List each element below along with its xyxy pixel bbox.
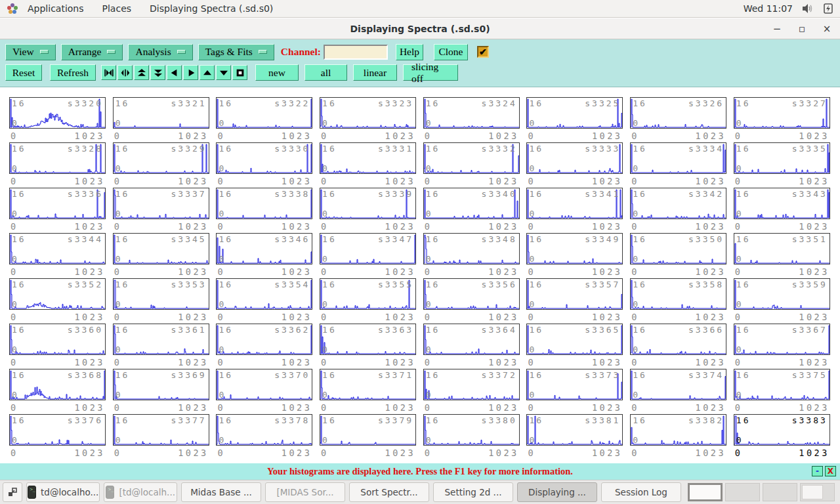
volume-icon[interactable] — [802, 3, 814, 14]
spectrum-plot[interactable]: 160s3355 — [320, 278, 416, 310]
double-down-button[interactable] — [150, 65, 165, 80]
window-titlebar[interactable]: Displaying Spectra (.sd.s0) − ▫ × — [0, 18, 840, 39]
help-button[interactable]: Help — [396, 44, 423, 60]
spectrum-plot[interactable]: 160s3377 — [113, 414, 209, 446]
spectrum-panel[interactable]: 160s332401023 — [423, 97, 520, 142]
spectrum-panel[interactable]: 160s332101023 — [113, 97, 209, 142]
tags-fits-menu-button[interactable]: Tags & Fits — [198, 44, 274, 60]
spectrum-panel[interactable]: 160s337501023 — [734, 369, 830, 414]
spectrum-panel[interactable]: 160s337601023 — [9, 414, 106, 459]
spectrum-plot[interactable]: 160s3332 — [423, 142, 520, 174]
spectrum-panel[interactable]: 160s338301023 — [734, 414, 830, 459]
spectrum-panel[interactable]: 160s335201023 — [9, 278, 106, 324]
stop-square-button[interactable] — [232, 65, 247, 80]
spectrum-panel[interactable]: 160s332801023 — [9, 142, 106, 188]
spectrum-panel[interactable]: 160s335101023 — [734, 233, 830, 278]
spectrum-plot[interactable]: 160s3375 — [734, 369, 830, 400]
spectrum-plot[interactable]: 160s3368 — [9, 369, 106, 400]
window-minimize-button[interactable]: − — [772, 23, 782, 35]
spectrum-panel[interactable]: 160s336201023 — [216, 324, 312, 369]
spectrum-panel[interactable]: 160s338101023 — [526, 414, 623, 459]
spectrum-plot[interactable]: 160s3343 — [734, 188, 830, 219]
spectrum-plot[interactable]: 160s3321 — [113, 97, 209, 129]
applications-menu-icon[interactable] — [7, 3, 18, 14]
spectrum-panel[interactable]: 160s335301023 — [113, 278, 209, 324]
workspace-cell[interactable] — [763, 483, 797, 501]
spectrum-panel[interactable]: 160s332301023 — [320, 97, 416, 142]
spectrum-panel[interactable]: 160s333601023 — [9, 188, 106, 233]
spectrum-plot[interactable]: 160s3374 — [630, 369, 726, 400]
spectrum-panel[interactable]: 160s333201023 — [423, 142, 520, 188]
spectrum-panel[interactable]: 160s336401023 — [423, 324, 520, 369]
spectrum-plot[interactable]: 160s3378 — [216, 414, 312, 446]
spectrum-plot[interactable]: 160s3371 — [320, 369, 416, 400]
spectrum-panel[interactable]: 160s336801023 — [9, 369, 106, 414]
spectrum-panel[interactable]: 160s337001023 — [216, 369, 312, 414]
spectrum-panel[interactable]: 160s333101023 — [320, 142, 416, 188]
spectrum-plot[interactable]: 160s3354 — [216, 278, 312, 310]
window-maximize-button[interactable]: ▫ — [797, 23, 807, 35]
analysis-menu-button[interactable]: Analysis — [128, 44, 192, 60]
spectrum-panel[interactable]: 160s333401023 — [630, 142, 726, 188]
spectrum-plot[interactable]: 160s3331 — [320, 142, 416, 174]
spectrum-panel[interactable]: 160s336901023 — [113, 369, 209, 414]
channel-input[interactable] — [324, 45, 388, 60]
spectrum-panel[interactable]: 160s334101023 — [526, 188, 623, 233]
spectrum-plot[interactable]: 160s3333 — [526, 142, 623, 174]
spectrum-panel[interactable]: 160s332701023 — [734, 97, 830, 142]
spectrum-panel[interactable]: 160s332501023 — [526, 97, 623, 142]
spectrum-panel[interactable]: 160s335501023 — [320, 278, 416, 324]
spectrum-plot[interactable]: 160s3342 — [630, 188, 726, 219]
view-menu-button[interactable]: View — [5, 44, 56, 60]
spectrum-panel[interactable]: 160s336001023 — [9, 324, 106, 369]
spectrum-plot[interactable]: 160s3330 — [216, 142, 312, 174]
spectrum-panel[interactable]: 160s337401023 — [630, 369, 726, 414]
taskbar-window-button[interactable]: >_[td@localh... — [104, 482, 177, 502]
compress-horizontal-button[interactable] — [101, 65, 116, 80]
spectrum-panel[interactable]: 160s334201023 — [630, 188, 726, 233]
spectrum-plot[interactable]: 160s3365 — [526, 324, 623, 355]
spectrum-plot[interactable]: 160s3324 — [423, 97, 520, 129]
active-app-menu[interactable]: Displaying Spectra (.sd.s0) — [140, 0, 282, 17]
spectrum-plot[interactable]: 160s3356 — [423, 278, 520, 310]
spectrum-panel[interactable]: 160s334601023 — [216, 233, 312, 278]
spectrum-plot[interactable]: 160s3322 — [216, 97, 312, 129]
spectrum-panel[interactable]: 160s337101023 — [320, 369, 416, 414]
spectrum-panel[interactable]: 160s333301023 — [526, 142, 623, 188]
spectrum-plot[interactable]: 160s3346 — [216, 233, 312, 264]
right-button[interactable] — [183, 65, 198, 80]
new-button[interactable]: new — [255, 64, 299, 81]
spectrum-panel[interactable]: 160s337901023 — [320, 414, 416, 459]
down-button[interactable] — [216, 65, 231, 80]
left-button[interactable] — [167, 65, 182, 80]
spectrum-panel[interactable]: 160s334501023 — [113, 233, 209, 278]
spectrum-plot[interactable]: 160s3335 — [734, 142, 830, 174]
spectrum-plot[interactable]: 160s3340 — [423, 188, 520, 219]
spectrum-plot[interactable]: 160s3364 — [423, 324, 520, 355]
all-button[interactable]: all — [304, 64, 347, 81]
spectrum-plot[interactable]: 160s3367 — [734, 324, 830, 355]
spectrum-panel[interactable]: 160s336101023 — [113, 324, 209, 369]
spectrum-panel[interactable]: 160s337701023 — [113, 414, 209, 459]
arrange-menu-button[interactable]: Arrange — [61, 44, 123, 60]
spectrum-panel[interactable]: 160s337301023 — [526, 369, 623, 414]
applications-menu[interactable]: Applications — [18, 0, 93, 17]
spectrum-plot[interactable]: 160s3358 — [630, 278, 726, 310]
spectrum-panel[interactable]: 160s332201023 — [216, 97, 312, 142]
spectrum-plot[interactable]: 160s3327 — [734, 97, 830, 129]
statusbar-close-button[interactable]: X — [825, 466, 836, 476]
spectrum-plot[interactable]: 160s3353 — [113, 278, 209, 310]
places-menu[interactable]: Places — [93, 0, 141, 17]
workspace-cell[interactable] — [688, 483, 723, 501]
spectrum-plot[interactable]: 160s3347 — [320, 233, 416, 264]
spectrum-plot[interactable]: 160s3366 — [630, 324, 726, 355]
spectrum-panel[interactable]: 160s335401023 — [216, 278, 312, 324]
spectrum-plot[interactable]: 160s3320 — [9, 97, 106, 129]
linear-button[interactable]: linear — [353, 64, 397, 81]
spectrum-plot[interactable]: 160s3348 — [423, 233, 520, 264]
window-close-button[interactable]: × — [822, 23, 832, 35]
spectrum-plot[interactable]: 160s3334 — [630, 142, 726, 174]
spectrum-plot[interactable]: 160s3339 — [320, 188, 416, 219]
spectrum-plot[interactable]: 160s3345 — [113, 233, 209, 264]
spectrum-plot[interactable]: 160s3336 — [9, 188, 106, 219]
